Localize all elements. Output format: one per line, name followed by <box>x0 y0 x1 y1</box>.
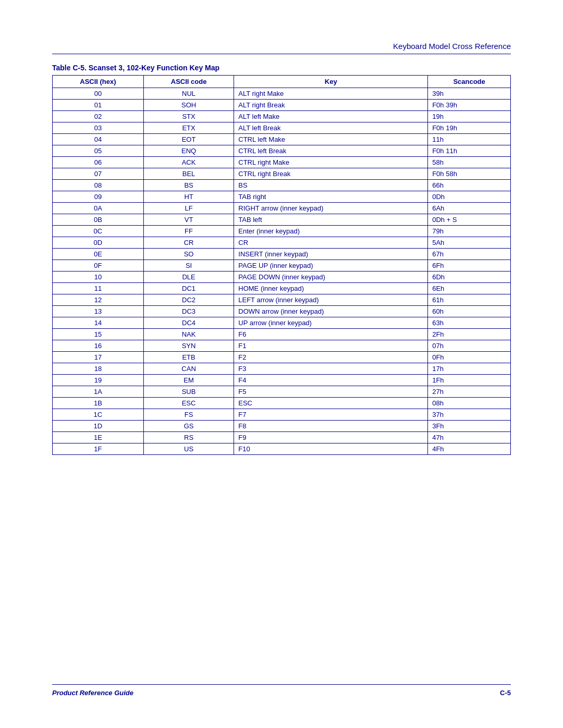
table-cell-6-0: 06 <box>53 157 144 168</box>
table-cell-20-2: UP arrow (inner keypad) <box>234 317 428 329</box>
table-cell-6-2: CTRL right Make <box>234 157 428 168</box>
table-cell-12-2: Enter (inner keypad) <box>234 226 428 237</box>
table-row: 11DC1HOME (inner keypad)6Eh <box>53 283 511 294</box>
table-cell-19-2: DOWN arrow (inner keypad) <box>234 306 428 317</box>
table-cell-22-2: F1 <box>234 340 428 352</box>
table-row: 0BVTTAB left0Dh + S <box>53 214 511 226</box>
table-cell-16-3: 6Dh <box>428 272 511 283</box>
table-cell-7-3: F0h 58h <box>428 168 511 180</box>
table-row: 08BSBS66h <box>53 180 511 191</box>
table-cell-23-3: 0Fh <box>428 352 511 363</box>
table-row: 05ENQCTRL left BreakF0h 11h <box>53 145 511 157</box>
table-cell-25-3: 1Fh <box>428 375 511 386</box>
table-cell-10-0: 0A <box>53 203 144 214</box>
table-cell-18-2: LEFT arrow (inner keypad) <box>234 294 428 306</box>
table-cell-27-3: 08h <box>428 398 511 409</box>
table-cell-11-1: VT <box>143 214 234 226</box>
table-cell-24-0: 18 <box>53 363 144 375</box>
table-cell-28-3: 37h <box>428 409 511 421</box>
table-row: 1ERSF947h <box>53 432 511 443</box>
table-cell-4-1: EOT <box>143 134 234 145</box>
table-cell-22-3: 07h <box>428 340 511 352</box>
table-row: 13DC3DOWN arrow (inner keypad)60h <box>53 306 511 317</box>
table-cell-21-0: 15 <box>53 329 144 340</box>
table-cell-0-0: 00 <box>53 88 144 100</box>
table-cell-11-3: 0Dh + S <box>428 214 511 226</box>
table-cell-26-0: 1A <box>53 386 144 398</box>
table-cell-7-2: CTRL right Break <box>234 168 428 180</box>
table-cell-27-2: ESC <box>234 398 428 409</box>
table-cell-27-0: 1B <box>53 398 144 409</box>
col-header-ascii-code: ASCII code <box>143 76 234 88</box>
table-cell-25-1: EM <box>143 375 234 386</box>
table-header-row: ASCII (hex) ASCII code Key Scancode <box>53 76 511 88</box>
col-header-scancode: Scancode <box>428 76 511 88</box>
table-cell-17-3: 6Eh <box>428 283 511 294</box>
table-cell-24-1: CAN <box>143 363 234 375</box>
table-cell-4-0: 04 <box>53 134 144 145</box>
table-row: 02STXALT left Make19h <box>53 111 511 122</box>
table-cell-1-2: ALT right Break <box>234 100 428 111</box>
table-cell-23-2: F2 <box>234 352 428 363</box>
table-cell-31-3: 4Fh <box>428 443 511 455</box>
table-cell-25-0: 19 <box>53 375 144 386</box>
table-cell-21-2: F6 <box>234 329 428 340</box>
table-row: 16SYNF107h <box>53 340 511 352</box>
table-row: 1FUSF104Fh <box>53 443 511 455</box>
table-row: 09HTTAB right0Dh <box>53 191 511 203</box>
table-cell-26-1: SUB <box>143 386 234 398</box>
table-cell-28-2: F7 <box>234 409 428 421</box>
main-table: ASCII (hex) ASCII code Key Scancode 00NU… <box>52 75 511 455</box>
table-cell-1-1: SOH <box>143 100 234 111</box>
table-cell-10-2: RIGHT arrow (inner keypad) <box>234 203 428 214</box>
table-cell-5-0: 05 <box>53 145 144 157</box>
table-cell-11-2: TAB left <box>234 214 428 226</box>
table-row: 18CANF317h <box>53 363 511 375</box>
table-cell-20-0: 14 <box>53 317 144 329</box>
table-cell-2-0: 02 <box>53 111 144 122</box>
table-cell-26-3: 27h <box>428 386 511 398</box>
table-cell-13-3: 5Ah <box>428 237 511 249</box>
table-cell-16-1: DLE <box>143 272 234 283</box>
table-row: 00NULALT right Make39h <box>53 88 511 100</box>
table-cell-18-3: 61h <box>428 294 511 306</box>
table-cell-0-2: ALT right Make <box>234 88 428 100</box>
table-cell-24-2: F3 <box>234 363 428 375</box>
footer-product-guide: Product Reference Guide <box>52 689 133 697</box>
table-cell-1-3: F0h 39h <box>428 100 511 111</box>
table-row: 03ETXALT left BreakF0h 19h <box>53 122 511 134</box>
table-cell-7-0: 07 <box>53 168 144 180</box>
table-cell-13-1: CR <box>143 237 234 249</box>
col-header-key: Key <box>234 76 428 88</box>
table-cell-2-2: ALT left Make <box>234 111 428 122</box>
table-cell-5-1: ENQ <box>143 145 234 157</box>
table-cell-15-0: 0F <box>53 260 144 272</box>
table-cell-15-2: PAGE UP (inner keypad) <box>234 260 428 272</box>
table-row: 1BESCESC08h <box>53 398 511 409</box>
table-cell-10-3: 6Ah <box>428 203 511 214</box>
table-cell-3-0: 03 <box>53 122 144 134</box>
table-cell-18-0: 12 <box>53 294 144 306</box>
table-cell-22-0: 16 <box>53 340 144 352</box>
table-head: ASCII (hex) ASCII code Key Scancode <box>53 76 511 88</box>
table-cell-23-1: ETB <box>143 352 234 363</box>
table-cell-0-1: NUL <box>143 88 234 100</box>
table-cell-29-3: 3Fh <box>428 421 511 432</box>
page-container: Keyboard Model Cross Reference Table C-5… <box>0 0 563 728</box>
table-cell-2-1: STX <box>143 111 234 122</box>
table-cell-7-1: BEL <box>143 168 234 180</box>
table-row: 10DLEPAGE DOWN (inner keypad)6Dh <box>53 272 511 283</box>
table-cell-23-0: 17 <box>53 352 144 363</box>
table-cell-22-1: SYN <box>143 340 234 352</box>
table-cell-9-1: HT <box>143 191 234 203</box>
table-cell-12-1: FF <box>143 226 234 237</box>
table-cell-14-2: INSERT (inner keypad) <box>234 249 428 260</box>
table-row: 0FSIPAGE UP (inner keypad)6Fh <box>53 260 511 272</box>
table-cell-8-0: 08 <box>53 180 144 191</box>
table-row: 17ETBF20Fh <box>53 352 511 363</box>
table-cell-19-3: 60h <box>428 306 511 317</box>
table-cell-24-3: 17h <box>428 363 511 375</box>
table-cell-29-2: F8 <box>234 421 428 432</box>
table-cell-21-1: NAK <box>143 329 234 340</box>
table-row: 0ALFRIGHT arrow (inner keypad)6Ah <box>53 203 511 214</box>
